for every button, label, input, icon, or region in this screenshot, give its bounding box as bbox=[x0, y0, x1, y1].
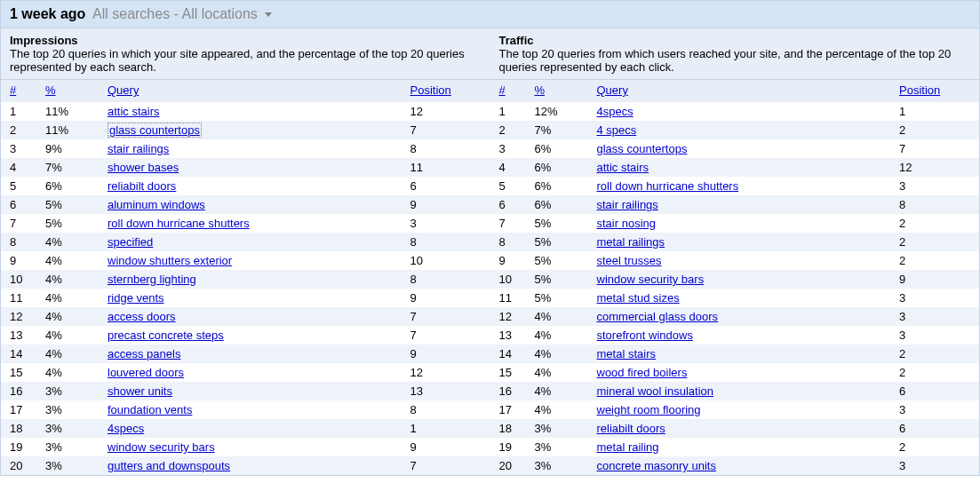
query-link[interactable]: access doors bbox=[108, 310, 176, 323]
sort-num[interactable]: # bbox=[499, 83, 506, 97]
query-link[interactable]: 4 specs bbox=[597, 123, 637, 137]
query-link[interactable]: roll down hurricane shutters bbox=[108, 217, 250, 230]
query-link[interactable]: storefront windows bbox=[597, 329, 693, 342]
query-link[interactable]: metal railing bbox=[597, 440, 659, 454]
query-link[interactable]: weight room flooring bbox=[597, 403, 701, 416]
table-row: 111%attic stairs12 bbox=[1, 102, 490, 121]
query-link[interactable]: aluminum windows bbox=[108, 198, 205, 211]
table-row: 154%wood fired boilers2 bbox=[490, 363, 980, 382]
chevron-down-icon bbox=[265, 12, 272, 17]
sort-position[interactable]: Position bbox=[410, 83, 451, 97]
row-num: 14 bbox=[490, 344, 526, 363]
row-num: 20 bbox=[1, 456, 36, 475]
sort-query[interactable]: Query bbox=[108, 83, 139, 97]
query-link[interactable]: attic stairs bbox=[597, 161, 649, 174]
sort-position[interactable]: Position bbox=[899, 83, 940, 97]
query-link[interactable]: louvered doors bbox=[108, 366, 184, 379]
row-pct: 6% bbox=[526, 158, 588, 177]
row-num: 4 bbox=[490, 158, 526, 177]
query-link[interactable]: window shutters exterior bbox=[108, 254, 232, 267]
filter-dropdown[interactable]: All searches - All locations bbox=[92, 6, 272, 21]
row-query-cell: aluminum windows bbox=[99, 195, 402, 214]
sort-pct[interactable]: % bbox=[45, 83, 56, 97]
row-query-cell: window shutters exterior bbox=[99, 251, 402, 270]
row-num: 14 bbox=[1, 344, 36, 363]
query-link[interactable]: shower units bbox=[108, 384, 172, 398]
query-link[interactable]: metal stairs bbox=[597, 347, 656, 360]
page-title: 1 week ago bbox=[10, 6, 85, 21]
query-link[interactable]: specified bbox=[108, 235, 153, 249]
query-link[interactable]: 4specs bbox=[108, 422, 144, 435]
table-row: 27%4 specs2 bbox=[490, 121, 980, 139]
query-link[interactable]: access panels bbox=[108, 347, 180, 360]
row-query-cell: glass countertops bbox=[99, 121, 402, 139]
query-link[interactable]: window security bars bbox=[108, 440, 215, 454]
query-link[interactable]: steel trusses bbox=[597, 254, 662, 267]
row-query-cell: steel trusses bbox=[588, 251, 891, 270]
row-pct: 4% bbox=[36, 270, 99, 289]
query-link[interactable]: precast concrete steps bbox=[108, 329, 224, 342]
query-link[interactable]: window security bars bbox=[597, 273, 705, 286]
impressions-text: The top 20 queries in which your site ap… bbox=[10, 47, 482, 74]
table-row: 84%specified8 bbox=[1, 233, 490, 251]
row-position: 8 bbox=[402, 233, 490, 251]
table-row: 56%reliabilt doors6 bbox=[1, 177, 490, 195]
row-pct: 6% bbox=[526, 195, 588, 214]
query-link[interactable]: stair railings bbox=[108, 142, 169, 155]
sort-pct[interactable]: % bbox=[535, 83, 546, 97]
row-position: 7 bbox=[890, 139, 979, 158]
query-link[interactable]: concrete masonry units bbox=[597, 459, 716, 472]
row-query-cell: shower units bbox=[99, 382, 402, 400]
query-link[interactable]: stair nosing bbox=[597, 217, 656, 230]
traffic-table: # % Query Position 112%4specs127%4 specs… bbox=[490, 80, 980, 475]
query-link[interactable]: gutters and downspouts bbox=[108, 459, 230, 472]
table-row: 95%steel trusses2 bbox=[490, 251, 980, 270]
row-query-cell: reliabilt doors bbox=[588, 419, 891, 438]
query-link[interactable]: glass countertops bbox=[108, 123, 202, 138]
row-position: 3 bbox=[402, 214, 490, 233]
query-link[interactable]: reliabilt doors bbox=[597, 422, 665, 435]
row-query-cell: window security bars bbox=[99, 438, 402, 456]
query-link[interactable]: sternberg lighting bbox=[108, 273, 196, 286]
query-link[interactable]: stair railings bbox=[597, 198, 658, 211]
sort-num[interactable]: # bbox=[10, 83, 16, 97]
table-row: 183%reliabilt doors6 bbox=[490, 419, 980, 438]
row-pct: 3% bbox=[36, 419, 99, 438]
header-bar: 1 week ago All searches - All locations bbox=[0, 0, 980, 28]
row-pct: 4% bbox=[526, 363, 588, 382]
query-link[interactable]: attic stairs bbox=[108, 105, 160, 118]
table-row: 154%louvered doors12 bbox=[1, 363, 490, 382]
query-link[interactable]: roll down hurricane shutters bbox=[597, 179, 739, 193]
row-position: 9 bbox=[402, 195, 490, 214]
query-link[interactable]: reliabilt doors bbox=[108, 179, 176, 193]
table-row: 193%metal railing2 bbox=[490, 438, 980, 456]
query-link[interactable]: foundation vents bbox=[108, 403, 192, 416]
row-num: 7 bbox=[1, 214, 36, 233]
tables-container: # % Query Position 111%attic stairs12211… bbox=[1, 80, 979, 475]
row-query-cell: glass countertops bbox=[588, 139, 891, 158]
table-row: 94%window shutters exterior10 bbox=[1, 251, 490, 270]
row-num: 11 bbox=[1, 289, 36, 307]
query-link[interactable]: wood fired boilers bbox=[597, 366, 688, 379]
query-link[interactable]: commercial glass doors bbox=[597, 310, 719, 323]
row-num: 18 bbox=[490, 419, 526, 438]
row-num: 5 bbox=[490, 177, 526, 195]
query-link[interactable]: mineral wool insulation bbox=[597, 384, 714, 398]
row-position: 8 bbox=[402, 270, 490, 289]
query-link[interactable]: glass countertops bbox=[597, 142, 688, 155]
row-num: 9 bbox=[490, 251, 526, 270]
row-pct: 5% bbox=[36, 214, 99, 233]
table-row: 174%weight room flooring3 bbox=[490, 400, 980, 419]
query-link[interactable]: shower bases bbox=[108, 161, 179, 174]
row-num: 10 bbox=[490, 270, 526, 289]
table-row: 39%stair railings8 bbox=[1, 139, 490, 158]
query-link[interactable]: metal stud sizes bbox=[597, 291, 680, 305]
row-query-cell: sternberg lighting bbox=[99, 270, 402, 289]
query-link[interactable]: metal railings bbox=[597, 235, 665, 249]
row-num: 12 bbox=[1, 307, 36, 326]
sort-query[interactable]: Query bbox=[597, 83, 628, 97]
query-link[interactable]: ridge vents bbox=[108, 291, 164, 305]
row-position: 9 bbox=[402, 289, 490, 307]
query-link[interactable]: 4specs bbox=[597, 105, 633, 118]
row-query-cell: gutters and downspouts bbox=[99, 456, 402, 475]
